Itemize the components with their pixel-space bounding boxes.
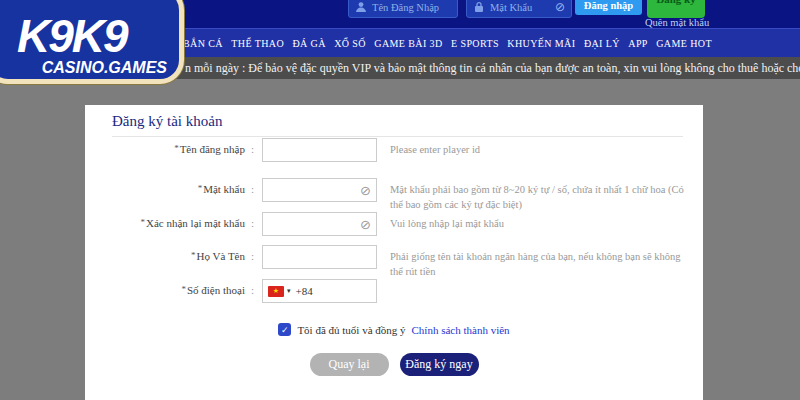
colon: :	[251, 217, 254, 229]
agreement-checkbox[interactable]: ✓	[278, 323, 291, 336]
back-button[interactable]: Quay lại	[310, 353, 389, 376]
header-username-field[interactable]	[348, 0, 458, 18]
register-button[interactable]: Đăng ký	[647, 0, 705, 18]
nav-item-e-sports[interactable]: E SPORTS	[451, 38, 499, 49]
agreement-text: Tôi đã đủ tuổi và đồng ý	[297, 324, 405, 336]
required-mark: *	[198, 183, 203, 193]
password-visibility-icon[interactable]: ⊘	[360, 184, 371, 197]
form-actions: Quay lại Đăng ký ngay	[85, 353, 703, 376]
title-divider	[112, 136, 683, 137]
colon: :	[251, 250, 254, 262]
password-input[interactable]	[268, 184, 360, 196]
colon: :	[251, 143, 254, 155]
confirm-password-hint: Vui lòng nhập lại mật khẩu	[390, 216, 690, 231]
password-visibility-icon[interactable]: ⊘	[360, 218, 371, 231]
password-label: *Mật khẩu	[85, 183, 245, 195]
colon: :	[251, 284, 254, 296]
colon: :	[251, 183, 254, 195]
username-input[interactable]	[268, 144, 371, 156]
required-mark: *	[141, 217, 146, 227]
phone-input[interactable]	[317, 285, 371, 297]
logo-main-text: K9K9	[17, 13, 127, 59]
required-mark: *	[191, 250, 196, 260]
required-mark: *	[174, 143, 179, 153]
nav-item-khuyen-mai[interactable]: KHUYẾN MÃI	[507, 38, 575, 49]
k9k9-logo[interactable]: K9K9 CASINO.GAMES	[0, 0, 184, 84]
page-title: Đăng ký tài khoản	[112, 113, 222, 130]
nav-item-game-hot[interactable]: GAME HOT	[656, 38, 712, 49]
confirm-password-field[interactable]: ⊘	[262, 212, 377, 236]
user-icon	[355, 1, 367, 13]
nav-item-dai-ly[interactable]: ĐẠI LÝ	[584, 38, 620, 49]
phone-field[interactable]: ★ ▾ +84	[262, 279, 377, 303]
confirm-password-input[interactable]	[268, 218, 360, 230]
vietnam-flag-icon: ★	[268, 286, 284, 297]
fullname-hint: Phải giống tên tài khoản ngân hàng của b…	[390, 249, 690, 279]
username-label: *Tên đăng nhập	[85, 143, 245, 155]
agreement-row: ✓ Tôi đã đủ tuổi và đồng ý Chính sách th…	[85, 323, 703, 336]
caret-down-icon: ▾	[287, 287, 291, 295]
username-field[interactable]	[262, 138, 377, 162]
header-username-input[interactable]	[372, 2, 451, 13]
password-hint: Mật khẩu phải bao gồm từ 8~20 ký tự / số…	[390, 182, 690, 212]
nav-item-xo-so[interactable]: XỔ SỐ	[334, 38, 366, 49]
logo-sub-text: CASINO.GAMES	[42, 59, 167, 77]
forgot-password-link[interactable]: Quên mật khẩu	[645, 17, 709, 28]
phone-prefix: +84	[296, 285, 313, 297]
announcement-text: n mỗi ngày : Để bảo vệ đặc quyền VIP và …	[185, 61, 800, 76]
username-hint: Please enter player id	[390, 142, 690, 157]
required-mark: *	[181, 284, 186, 294]
member-policy-link[interactable]: Chính sách thành viên	[412, 324, 510, 336]
lock-icon	[473, 1, 485, 13]
login-button[interactable]: Đăng nhập	[575, 0, 642, 15]
password-visibility-icon[interactable]: ⊘	[555, 1, 565, 13]
phone-label: *Số điện thoại	[85, 284, 245, 296]
confirm-password-label: *Xác nhận lại mật khẩu	[85, 217, 245, 229]
nav-item-app[interactable]: APP	[628, 38, 648, 49]
password-field[interactable]: ⊘	[262, 178, 377, 202]
submit-register-button[interactable]: Đăng ký ngay	[400, 353, 479, 376]
registration-card: Đăng ký tài khoản *Tên đăng nhập : Pleas…	[85, 105, 703, 400]
nav-items: BẮN CÁ THỂ THAO ĐÁ GÀ XỔ SỐ GAME BÀI 3D …	[183, 38, 712, 49]
fullname-input[interactable]	[268, 251, 371, 263]
header-password-input[interactable]	[490, 2, 555, 13]
fullname-label: *Họ Và Tên	[85, 250, 245, 262]
nav-item-game-bai-3d[interactable]: GAME BÀI 3D	[374, 38, 442, 49]
header-password-field[interactable]: ⊘	[466, 0, 572, 18]
country-code-selector[interactable]: ★ ▾	[268, 286, 291, 297]
nav-item-da-ga[interactable]: ĐÁ GÀ	[292, 38, 325, 49]
fullname-field[interactable]	[262, 245, 377, 269]
nav-item-ban-ca[interactable]: BẮN CÁ	[183, 38, 223, 49]
nav-item-the-thao[interactable]: THỂ THAO	[231, 38, 284, 49]
